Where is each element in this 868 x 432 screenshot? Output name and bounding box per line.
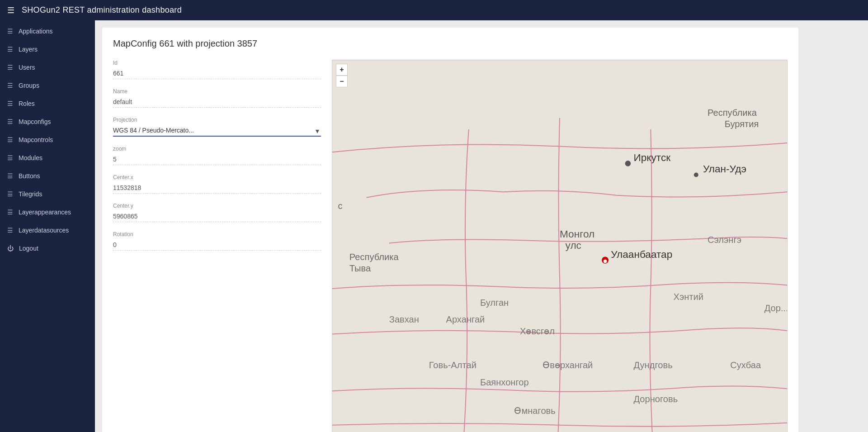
sidebar-item-layerappearances[interactable]: ☰ Layerappearances: [0, 203, 95, 221]
roles-icon: ☰: [7, 100, 13, 107]
sidebar-item-layerdatasources[interactable]: ☰ Layerdatasources: [0, 221, 95, 239]
map-zoom-in-button[interactable]: +: [336, 64, 348, 76]
svg-text:Завхан: Завхан: [389, 314, 419, 324]
modules-icon: ☰: [7, 154, 13, 161]
name-input[interactable]: [113, 96, 321, 108]
layerappearances-icon: ☰: [7, 209, 13, 216]
sidebar-item-roles[interactable]: ☰ Roles: [0, 95, 95, 113]
layout: ☰ Applications ☰ Layers ☰ Users ☰ Groups…: [0, 20, 868, 432]
map-zoom-out-button[interactable]: −: [336, 76, 348, 87]
sidebar-item-label: Groups: [19, 82, 39, 89]
svg-text:Бурятия: Бурятия: [725, 119, 759, 129]
main-content: MapConfig 661 with projection 3857 Id Na…: [95, 20, 868, 432]
svg-text:Баянхонгор: Баянхонгор: [480, 377, 529, 387]
sidebar-item-label: Logout: [19, 245, 38, 252]
sidebar-item-label: Mapconfigs: [19, 118, 51, 125]
city-ulan-ude: [694, 172, 698, 177]
sidebar-item-label: Layerappearances: [19, 209, 71, 216]
svg-text:Улаанбаатар: Улаанбаатар: [611, 249, 672, 260]
sidebar-item-mapcontrols[interactable]: ☰ Mapcontrols: [0, 131, 95, 149]
svg-text:Говь-Алтай: Говь-Алтай: [429, 360, 476, 370]
applications-icon: ☰: [7, 28, 13, 35]
svg-text:Республика: Республика: [349, 252, 399, 262]
sidebar-item-label: Buttons: [19, 172, 40, 180]
svg-text:Тыва: Тыва: [349, 263, 371, 273]
svg-text:Монгол: Монгол: [560, 228, 594, 240]
mapconfigs-icon: ☰: [7, 118, 13, 125]
center-x-label: Center.x: [113, 174, 321, 180]
logout-icon: ⏻: [7, 245, 14, 252]
svg-text:Дундговь: Дундговь: [633, 360, 672, 370]
rotation-input[interactable]: [113, 239, 321, 251]
id-input[interactable]: [113, 68, 321, 79]
map-zoom-controls: + −: [336, 64, 348, 87]
mapconfig-card: MapConfig 661 with projection 3857 Id Na…: [102, 28, 798, 432]
svg-text:Хэнтий: Хэнтий: [674, 292, 703, 302]
form-section: Id Name Projection WGS 84 / Pseudo-Merca…: [113, 60, 321, 432]
sidebar-item-logout[interactable]: ⏻ Logout: [0, 239, 95, 257]
mapcontrols-icon: ☰: [7, 136, 13, 143]
projection-select-wrapper: WGS 84 / Pseudo-Mercato...: [113, 125, 321, 137]
svg-text:Архангай: Архангай: [446, 314, 485, 324]
city-irkutsk: [625, 161, 631, 166]
sidebar-item-label: Layerdatasources: [19, 227, 69, 234]
map-svg: Иркутск Улан-Удэ Улаанбаатар Монгол улс …: [332, 60, 787, 432]
form-map-row: Id Name Projection WGS 84 / Pseudo-Merca…: [113, 60, 788, 432]
field-id: Id: [113, 60, 321, 79]
svg-text:Дорноговь: Дорноговь: [633, 394, 678, 404]
rotation-label: Rotation: [113, 231, 321, 237]
id-label: Id: [113, 60, 321, 66]
svg-point-1: [604, 260, 607, 263]
name-label: Name: [113, 88, 321, 95]
topbar: ☰ SHOGun2 REST administration dashboard: [0, 0, 868, 20]
svg-text:Өмнаговь: Өмнаговь: [514, 406, 555, 416]
svg-text:Сэлэнгэ: Сэлэнгэ: [708, 235, 741, 245]
field-projection: Projection WGS 84 / Pseudo-Mercato...: [113, 117, 321, 137]
sidebar-item-label: Users: [19, 64, 35, 71]
sidebar-item-layers[interactable]: ☰ Layers: [0, 40, 95, 58]
sidebar-item-label: Applications: [19, 28, 53, 35]
sidebar-item-users[interactable]: ☰ Users: [0, 58, 95, 76]
svg-text:с: с: [338, 201, 343, 211]
sidebar-item-modules[interactable]: ☰ Modules: [0, 149, 95, 167]
sidebar-item-label: Tilegrids: [19, 190, 42, 198]
svg-text:Хөвсгөл: Хөвсгөл: [520, 326, 555, 336]
card-title: MapConfig 661 with projection 3857: [113, 38, 788, 49]
svg-text:Иркутск: Иркутск: [633, 152, 671, 163]
sidebar: ☰ Applications ☰ Layers ☰ Users ☰ Groups…: [0, 20, 95, 432]
field-center-y: Center.y: [113, 203, 321, 222]
sidebar-item-applications[interactable]: ☰ Applications: [0, 22, 95, 40]
field-rotation: Rotation: [113, 231, 321, 251]
zoom-input[interactable]: [113, 154, 321, 165]
sidebar-item-label: Roles: [19, 100, 35, 107]
sidebar-item-label: Layers: [19, 46, 38, 53]
projection-label: Projection: [113, 117, 321, 123]
menu-icon[interactable]: ☰: [7, 5, 14, 15]
sidebar-item-groups[interactable]: ☰ Groups: [0, 76, 95, 95]
projection-select[interactable]: WGS 84 / Pseudo-Mercato...: [113, 125, 321, 137]
layers-icon: ☰: [7, 46, 13, 53]
svg-text:Сухбаа: Сухбаа: [730, 360, 761, 370]
center-y-input[interactable]: [113, 211, 321, 222]
tilegrids-icon: ☰: [7, 190, 13, 198]
svg-text:Республика: Республика: [708, 108, 757, 118]
layerdatasources-icon: ☰: [7, 227, 13, 234]
svg-text:Өвөрхангай: Өвөрхангай: [542, 360, 593, 370]
svg-text:Дор...: Дор...: [764, 303, 787, 313]
field-center-x: Center.x: [113, 174, 321, 194]
sidebar-item-mapconfigs[interactable]: ☰ Mapconfigs: [0, 113, 95, 131]
center-y-label: Center.y: [113, 203, 321, 209]
users-icon: ☰: [7, 64, 13, 71]
sidebar-item-label: Mapcontrols: [19, 136, 53, 143]
svg-text:улс: улс: [566, 240, 581, 251]
svg-text:Булган: Булган: [480, 298, 509, 308]
zoom-label: zoom: [113, 146, 321, 152]
field-name: Name: [113, 88, 321, 108]
svg-text:Улан-Удэ: Улан-Удэ: [703, 163, 746, 175]
groups-icon: ☰: [7, 82, 13, 89]
sidebar-item-tilegrids[interactable]: ☰ Tilegrids: [0, 185, 95, 203]
sidebar-item-label: Modules: [19, 154, 42, 161]
sidebar-item-buttons[interactable]: ☰ Buttons: [0, 167, 95, 185]
center-x-input[interactable]: [113, 182, 321, 194]
map-container: + −: [332, 60, 788, 432]
